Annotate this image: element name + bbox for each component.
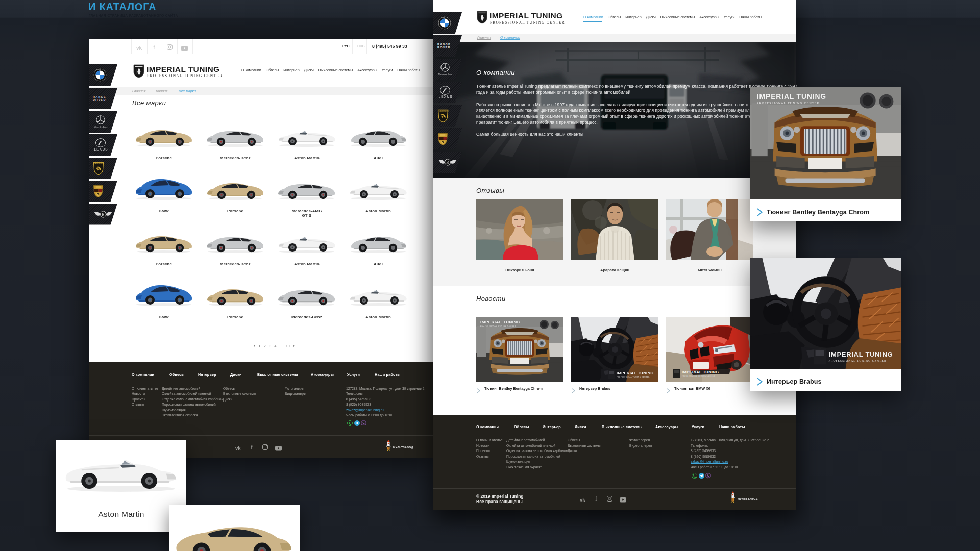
svg-text:vk: vk bbox=[580, 497, 585, 503]
svg-text:B: B bbox=[446, 160, 449, 165]
svg-text:LAMBORGHINI: LAMBORGHINI bbox=[94, 163, 104, 165]
svg-text:LEXUS: LEXUS bbox=[94, 147, 108, 151]
svg-text:f: f bbox=[153, 44, 155, 51]
svg-text:Mercedes-Benz: Mercedes-Benz bbox=[94, 126, 107, 128]
svg-text:f: f bbox=[251, 444, 253, 450]
svg-text:vk: vk bbox=[235, 445, 241, 451]
svg-text:vk: vk bbox=[136, 45, 142, 51]
svg-text:BMW: BMW bbox=[441, 17, 446, 19]
svg-text:Mercedes-Benz: Mercedes-Benz bbox=[438, 73, 452, 76]
svg-text:B: B bbox=[102, 212, 104, 217]
svg-text:f: f bbox=[595, 495, 597, 502]
svg-text:LAMBORGHINI: LAMBORGHINI bbox=[439, 110, 448, 112]
svg-text:BMW: BMW bbox=[96, 69, 101, 71]
svg-text:LEXUS: LEXUS bbox=[439, 95, 453, 98]
